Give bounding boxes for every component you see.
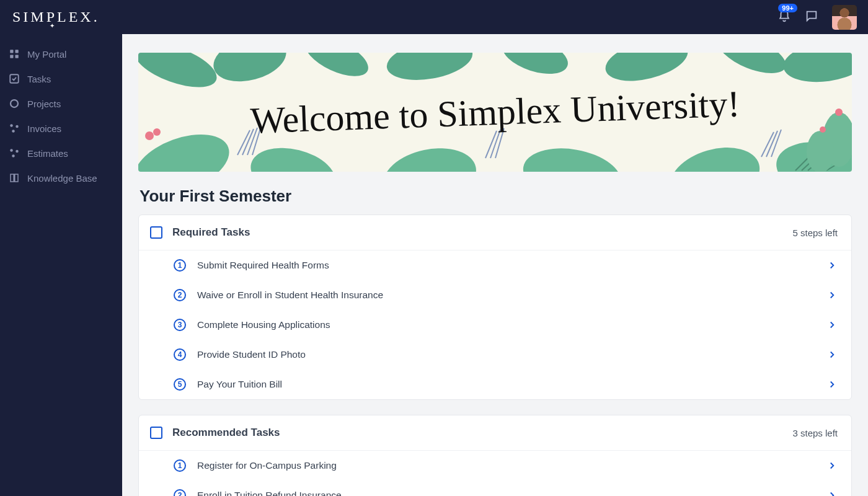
sidebar-item-label: Knowledge Base xyxy=(27,173,97,184)
grid-icon xyxy=(9,48,20,60)
chevron-right-icon xyxy=(826,490,838,496)
task-label: Register for On-Campus Parking xyxy=(197,460,337,471)
sidebar-item-label: Estimates xyxy=(27,148,68,159)
task-label: Provide Student ID Photo xyxy=(197,349,306,360)
task-label: Complete Housing Applications xyxy=(197,319,330,330)
nodes-icon xyxy=(9,148,20,159)
task-row[interactable]: 1 Submit Required Health Forms xyxy=(139,250,851,280)
banner-title: Welcome to Simplex University! xyxy=(138,53,852,172)
svg-rect-0 xyxy=(10,50,13,53)
chat-icon xyxy=(805,9,818,23)
ring-icon xyxy=(9,98,20,109)
svg-point-5 xyxy=(11,100,18,107)
check-icon xyxy=(9,73,20,84)
book-icon xyxy=(9,172,20,184)
task-row[interactable]: 2 Enroll in Tuition Refund Insurance xyxy=(139,480,851,496)
sidebar-item-label: Tasks xyxy=(27,74,51,84)
avatar[interactable] xyxy=(832,5,857,30)
svg-rect-1 xyxy=(16,50,19,53)
task-label: Waive or Enroll in Student Health Insura… xyxy=(197,290,383,301)
notifications-badge: 99+ xyxy=(778,4,797,12)
svg-point-7 xyxy=(16,125,19,128)
sidebar-item-my-portal[interactable]: My Portal xyxy=(0,42,122,66)
sidebar-item-label: Projects xyxy=(27,99,61,109)
section-title: Your First Semester xyxy=(140,187,852,206)
chevron-right-icon xyxy=(826,379,838,390)
welcome-banner: Welcome to Simplex University! xyxy=(138,53,852,172)
steps-left: 5 steps left xyxy=(792,228,838,238)
sidebar-item-tasks[interactable]: Tasks xyxy=(0,66,122,91)
sidebar-item-projects[interactable]: Projects xyxy=(0,91,122,116)
task-label: Submit Required Health Forms xyxy=(197,260,329,271)
sidebar-item-invoices[interactable]: Invoices xyxy=(0,116,122,141)
svg-point-9 xyxy=(10,149,13,152)
step-number-icon: 4 xyxy=(174,348,186,361)
chevron-right-icon xyxy=(826,319,838,330)
chevron-right-icon xyxy=(826,460,838,471)
svg-point-10 xyxy=(16,150,19,153)
steps-left: 3 steps left xyxy=(792,428,838,438)
task-row[interactable]: 3 Complete Housing Applications xyxy=(139,310,851,340)
step-number-icon: 1 xyxy=(174,459,186,472)
group-checkbox[interactable] xyxy=(150,226,162,239)
step-number-icon: 2 xyxy=(174,289,186,301)
notifications-button[interactable]: 99+ xyxy=(777,9,791,25)
group-checkbox[interactable] xyxy=(150,427,162,439)
sidebar-item-label: My Portal xyxy=(27,49,66,60)
main-content: Welcome to Simplex University! Your Firs… xyxy=(122,34,868,496)
sidebar-item-knowledge-base[interactable]: Knowledge Base xyxy=(0,166,122,190)
sidebar-item-label: Invoices xyxy=(27,123,61,134)
task-row[interactable]: 5 Pay Your Tuition Bill xyxy=(139,370,851,399)
chevron-right-icon xyxy=(826,349,838,360)
brand-logo[interactable]: SIMPLEX. ✦ xyxy=(12,9,100,25)
task-group-recommended: Recommended Tasks 3 steps left 1 Registe… xyxy=(138,415,852,496)
chevron-right-icon xyxy=(826,290,838,301)
svg-point-6 xyxy=(10,124,13,127)
svg-rect-2 xyxy=(10,55,13,58)
svg-point-11 xyxy=(12,154,15,157)
topbar-actions: 99+ xyxy=(777,5,857,30)
task-row[interactable]: 1 Register for On-Campus Parking xyxy=(139,451,851,480)
chevron-right-icon xyxy=(826,260,838,271)
sidebar: My Portal Tasks Projects Invoices Estima… xyxy=(0,34,122,496)
task-group-required: Required Tasks 5 steps left 1 Submit Req… xyxy=(138,215,852,400)
task-row[interactable]: 4 Provide Student ID Photo xyxy=(139,340,851,370)
task-label: Pay Your Tuition Bill xyxy=(197,379,282,390)
svg-point-8 xyxy=(12,130,15,133)
task-group-header: Recommended Tasks 3 steps left xyxy=(139,415,851,451)
step-number-icon: 1 xyxy=(174,259,186,272)
nodes-icon xyxy=(9,123,20,134)
svg-rect-3 xyxy=(16,55,19,58)
step-number-icon: 2 xyxy=(174,489,186,496)
messages-button[interactable] xyxy=(805,9,818,25)
group-title: Required Tasks xyxy=(172,226,250,239)
group-title: Recommended Tasks xyxy=(172,427,280,439)
task-label: Enroll in Tuition Refund Insurance xyxy=(197,490,342,496)
step-number-icon: 5 xyxy=(174,378,186,391)
step-number-icon: 3 xyxy=(174,319,186,331)
brand-accent-icon: ✦ xyxy=(50,22,57,29)
task-row[interactable]: 2 Waive or Enroll in Student Health Insu… xyxy=(139,280,851,310)
topbar: SIMPLEX. ✦ 99+ xyxy=(0,0,868,34)
sidebar-item-estimates[interactable]: Estimates xyxy=(0,141,122,166)
task-group-header: Required Tasks 5 steps left xyxy=(139,215,851,250)
